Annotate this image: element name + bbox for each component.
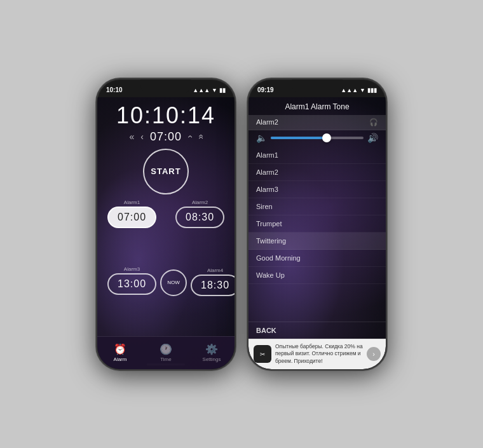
tone-item-alarm2[interactable]: Alarm2 — [248, 164, 386, 181]
alarm2-button[interactable]: 08:30 — [175, 207, 224, 228]
now-button[interactable]: NOW — [160, 269, 187, 296]
ad-arrow-button[interactable]: › — [367, 347, 381, 361]
settings-tab-icon: ⚙️ — [205, 343, 218, 355]
time-tab-icon: 🕐 — [160, 343, 172, 355]
settings-tab-label: Settings — [203, 356, 221, 362]
selected-alarm-row: Alarm2 🎧 — [248, 115, 386, 130]
alarm-cell-2: Alarm2 08:30 — [160, 200, 235, 263]
tone-item-alarm3[interactable]: Alarm3 — [248, 181, 386, 198]
volume-fill — [271, 137, 327, 139]
status-icons-right: ▲▲▲ ▼ ▮▮▮ — [341, 87, 377, 93]
signal-icon: ▲▲▲ — [193, 87, 210, 93]
headphone-icon: 🎧 — [369, 118, 378, 126]
single-down-arrow[interactable]: ‹ — [138, 130, 146, 143]
alarm-cell-3: Alarm3 13:00 — [107, 266, 156, 331]
double-down-arrow[interactable]: « — [127, 130, 137, 143]
tone-item-siren[interactable]: Siren — [248, 198, 386, 215]
volume-track[interactable] — [271, 137, 364, 139]
alarm1-label: Alarm1 — [124, 200, 140, 205]
alarm-set-row: « ‹ 07:00 › » — [97, 129, 235, 146]
status-icons-left: ▲▲▲ ▼ ▮▮ — [193, 87, 226, 93]
tone-item-trumpet[interactable]: Trumpet — [248, 215, 386, 233]
ad-icon: ✂ — [254, 345, 271, 363]
back-button[interactable]: BACK — [248, 322, 386, 339]
tone-item-wake-up[interactable]: Wake Up — [248, 267, 386, 284]
now-alarm4-row: NOW Alarm4 18:30 — [160, 268, 235, 296]
vol-low-icon: 🔈 — [256, 133, 267, 143]
alarm3-button[interactable]: 13:00 — [107, 273, 156, 295]
tab-bar-left: ⏰ Alarm 🕐 Time ⚙️ Settings — [97, 336, 235, 369]
time-tab-label: Time — [160, 356, 171, 362]
status-time-left: 10:10 — [106, 86, 123, 93]
right-content: Alarm1 Alarm Tone Alarm2 🎧 🔈 🔊 Alarm1 Al… — [248, 97, 386, 369]
alarm-tab-label: Alarm — [114, 356, 127, 362]
wifi-icon-r: ▼ — [360, 87, 365, 93]
main-clock: 10:10:14 — [97, 97, 235, 129]
start-button[interactable]: START — [143, 149, 189, 194]
tab-time[interactable]: 🕐 Time — [143, 343, 189, 362]
selected-alarm-name: Alarm2 — [256, 118, 278, 126]
tone-list: Alarm1 Alarm2 Alarm3 Siren Trumpet Twitt… — [248, 147, 386, 322]
volume-row: 🔈 🔊 — [248, 130, 386, 147]
status-time-right: 09:19 — [257, 86, 274, 93]
tone-item-twittering[interactable]: Twittering — [248, 233, 386, 250]
double-up-arrow[interactable]: » — [194, 132, 207, 142]
vol-high-icon: 🔊 — [367, 133, 378, 143]
alarm-cell-1: Alarm1 07:00 — [107, 200, 156, 263]
tone-item-alarm1[interactable]: Alarm1 — [248, 147, 386, 164]
tone-header: Alarm1 Alarm Tone — [248, 97, 386, 115]
alarm-tab-icon: ⏰ — [114, 343, 126, 355]
tone-item-good-morning[interactable]: Good Morning — [248, 250, 386, 267]
start-btn-area: START — [97, 146, 235, 200]
alarm-grid: Alarm1 07:00 Alarm2 08:30 Alarm3 13:00 N… — [97, 200, 235, 336]
notch-right — [292, 79, 343, 93]
tab-settings[interactable]: ⚙️ Settings — [189, 343, 235, 362]
tab-alarm[interactable]: ⏰ Alarm — [97, 343, 143, 362]
signal-icon-r: ▲▲▲ — [341, 87, 358, 93]
alarm4-with-now: NOW Alarm4 18:30 — [160, 266, 235, 331]
battery-icon: ▮▮ — [219, 87, 226, 93]
alarm-set-time: 07:00 — [147, 130, 184, 144]
phone-right: 09:19 ▲▲▲ ▼ ▮▮▮ Alarm1 Alarm Tone Alarm2… — [247, 78, 387, 370]
alarm2-label: Alarm2 — [192, 200, 208, 205]
alarm4-cell: Alarm4 18:30 — [191, 268, 235, 296]
alarm1-button[interactable]: 07:00 — [107, 207, 156, 228]
volume-thumb[interactable] — [322, 133, 331, 142]
screen-left: 10:10:14 « ‹ 07:00 › » START Alarm1 07:0… — [97, 97, 235, 369]
wifi-icon: ▼ — [212, 87, 217, 93]
phone-left: 10:10 ▲▲▲ ▼ ▮▮ 10:10:14 « ‹ 07:00 › » ST… — [96, 78, 236, 370]
notch-left — [140, 79, 191, 93]
alarm4-label: Alarm4 — [207, 268, 223, 273]
screen-right: Alarm1 Alarm Tone Alarm2 🎧 🔈 🔊 Alarm1 Al… — [248, 97, 386, 369]
ad-text: Опытные барберы. Скидка 20% на первый ви… — [275, 343, 363, 364]
ad-banner: ✂ Опытные барберы. Скидка 20% на первый … — [248, 339, 386, 369]
alarm4-button[interactable]: 18:30 — [191, 275, 235, 296]
alarm3-label: Alarm3 — [124, 266, 140, 272]
battery-icon-r: ▮▮▮ — [367, 87, 377, 93]
